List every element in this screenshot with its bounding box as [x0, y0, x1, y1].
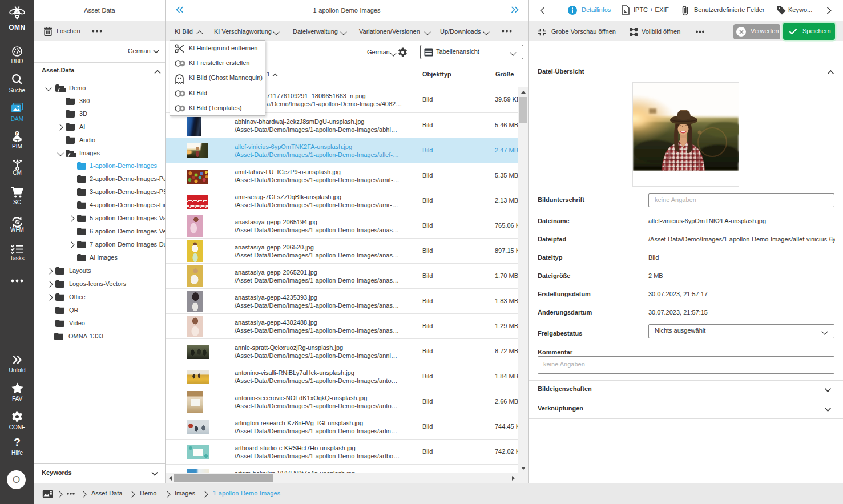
svg-text:P: P: [16, 132, 18, 135]
